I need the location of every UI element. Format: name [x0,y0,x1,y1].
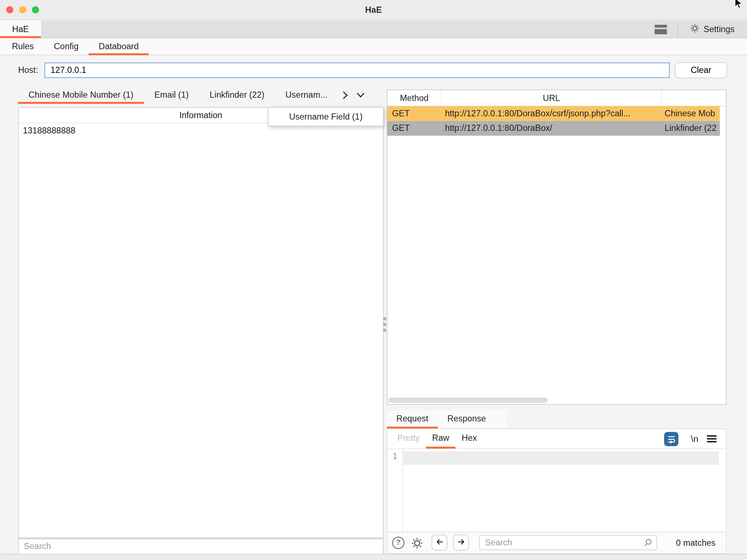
extractor-overflow-menu: Username Field (1) [268,107,383,126]
next-match-button[interactable] [453,535,469,551]
hae-window: HaE HaE Settings [0,0,747,560]
host-input[interactable] [44,62,670,78]
window-bottom-edge [0,554,747,560]
extractor-search-input[interactable] [18,538,384,554]
panel-icon[interactable] [655,24,667,34]
line-number-gutter: 1 [387,449,403,532]
table-row[interactable]: GET http://127.0.0.1:80/DoraBox/ Linkfin… [387,121,720,136]
menu-item-username-field[interactable]: Username Field (1) [289,112,363,121]
column-header-url[interactable]: URL [441,90,661,106]
tab-hex[interactable]: Hex [456,429,483,449]
requests-table-header: Method URL [387,90,726,106]
tab-response[interactable]: Response [438,411,495,429]
information-table: Information 13188888888 [18,107,384,538]
tab-email[interactable]: Email (1) [144,88,200,104]
tab-request[interactable]: Request [387,411,438,429]
titlebar: HaE [0,0,747,20]
column-header-method[interactable]: Method [387,90,441,106]
settings-label: Settings [704,24,735,34]
tab-hae[interactable]: HaE [0,20,41,38]
hae-nav-tabs: Rules Config Databoard [0,39,747,55]
line-number: 1 [387,452,403,461]
search-settings-button[interactable] [410,536,424,552]
word-wrap-button[interactable] [664,432,678,446]
table-row[interactable]: GET http://127.0.0.1:80/DoraBox/csrf/jso… [387,106,720,121]
message-tabs: Request Response [387,411,507,429]
gear-icon [410,543,424,551]
tabs-scroll-right-button[interactable] [338,88,352,104]
mouse-cursor [734,0,746,11]
cell-url: http://127.0.0.1:80/DoraBox/ [441,121,661,136]
tab-pretty[interactable]: Pretty [391,429,426,449]
arrow-left-icon [435,538,444,548]
editor-body[interactable]: 1 [387,449,726,532]
search-icon [643,538,653,549]
format-tabs: Pretty Raw Hex \n [387,429,726,449]
tab-chinese-mobile-number[interactable]: Chinese Mobile Number (1) [18,88,144,104]
extractor-panel: Chinese Mobile Number (1) Email (1) Link… [18,88,384,554]
match-count: 0 matches [676,532,715,553]
message-editor: Pretty Raw Hex \n [387,429,727,533]
tab-databoard[interactable]: Databoard [89,39,149,55]
gear-icon [689,23,700,36]
tab-username-truncated[interactable]: Usernam... [275,88,338,104]
tabs-overflow-list-button[interactable] [353,88,369,104]
help-icon[interactable]: ? [392,537,405,549]
editor-search-input[interactable] [479,535,657,550]
window-title: HaE [0,0,747,20]
clear-button[interactable]: Clear [675,62,727,78]
host-label: Host: [18,62,38,78]
requests-panel: Method URL GET http://127.0.0.1:80/DoraB… [387,88,727,554]
previous-match-button[interactable] [431,535,447,551]
editor-bottom-bar: ? [387,532,727,554]
tab-hae-label: HaE [12,24,29,34]
cell-method: GET [387,106,441,121]
word-wrap-icon [666,433,676,445]
chevron-right-icon [342,91,349,101]
current-line-highlight [403,451,719,465]
tab-rules[interactable]: Rules [2,39,44,55]
cell-url: http://127.0.0.1:80/DoraBox/csrf/jsonp.p… [441,106,661,121]
tab-linkfinder[interactable]: Linkfinder (22) [199,88,275,104]
vertical-splitter-handle[interactable] [383,317,386,332]
menu-icon[interactable] [707,435,716,444]
cell-tag: Linkfinder (22 [661,121,720,136]
tab-config[interactable]: Config [44,39,89,55]
tab-raw[interactable]: Raw [426,429,456,449]
settings-button[interactable]: Settings [689,23,735,36]
tabbar-right-cluster: Settings [655,20,735,38]
toolbar-divider [677,23,678,35]
show-newlines-toggle[interactable]: \n [691,429,698,449]
chevron-down-icon [356,92,365,101]
requests-table: Method URL GET http://127.0.0.1:80/DoraB… [387,90,727,405]
cell-method: GET [387,121,441,136]
arrow-right-icon [457,538,465,548]
main-tabbar: HaE Settings [0,20,747,38]
horizontal-scrollbar[interactable] [388,398,718,404]
extractor-tabs: Chinese Mobile Number (1) Email (1) Link… [18,88,384,104]
horizontal-scrollbar-thumb[interactable] [388,398,548,403]
cell-tag: Chinese Mob [661,106,720,121]
active-tab-underline [0,36,41,38]
column-header-tag[interactable] [661,90,726,106]
